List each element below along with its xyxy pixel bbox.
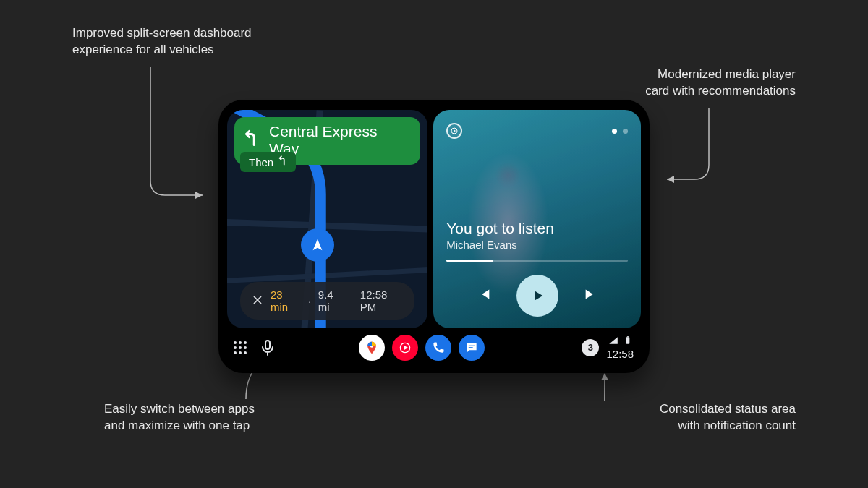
page-dot-1 [612,129,617,134]
page-indicator[interactable] [612,129,628,134]
svg-point-7 [234,341,237,344]
signal-icon [608,335,619,348]
svg-point-14 [239,351,242,354]
svg-point-12 [244,346,247,349]
then-label: Then [249,156,273,168]
media-source-icon[interactable] [446,123,462,139]
status-clock: 12:58 [606,348,634,360]
app-icon-maps[interactable] [359,335,385,361]
previous-track-button[interactable] [476,286,492,305]
svg-point-15 [244,351,247,354]
notification-count-badge[interactable]: 3 [582,339,599,356]
track-title: You got to listen [446,220,628,237]
media-player-card[interactable]: You got to listen Michael Evans [433,110,641,328]
android-auto-head-unit: Central Express Way Then 23 min · 9.4 mi [218,100,650,373]
app-icon-phone[interactable] [425,335,451,361]
navigation-card[interactable]: Central Express Way Then 23 min · 9.4 mi [227,110,427,328]
app-icon-ytmusic[interactable] [392,335,418,361]
svg-marker-18 [404,346,409,351]
progress-fill [446,260,493,262]
svg-rect-20 [469,347,473,348]
annotation-bottom-left: Easily switch between apps and maximize … [104,401,255,435]
app-launcher-icon[interactable] [231,339,249,356]
eta-arrival-time: 12:58 PM [360,288,403,313]
separator-dot: · [308,295,311,307]
track-artist: Michael Evans [446,239,628,251]
play-button[interactable] [516,275,558,317]
current-location-marker [301,228,334,262]
progress-bar[interactable] [446,260,628,262]
annotation-top-left: Improved split-screen dashboard experien… [72,25,252,59]
next-track-button[interactable] [583,286,599,305]
dock: 3 12:58 [227,328,641,367]
battery-icon [622,335,634,348]
turn-left-icon [243,129,262,151]
page-dot-2 [623,129,628,134]
svg-marker-3 [601,373,608,380]
close-icon[interactable] [252,294,263,308]
svg-point-13 [234,351,237,354]
svg-rect-19 [469,346,475,346]
eta-duration: 23 min [271,288,301,313]
annotation-bottom-right: Consolidated status area with notificati… [660,401,796,435]
app-icon-messages[interactable] [459,335,485,361]
separator-space [350,295,353,307]
svg-point-9 [244,341,247,344]
then-chip[interactable]: Then [240,152,296,172]
eta-distance: 9.4 mi [318,288,346,313]
svg-marker-6 [535,291,542,301]
eta-bar[interactable]: 23 min · 9.4 mi 12:58 PM [240,282,414,320]
svg-marker-1 [667,176,674,183]
svg-rect-22 [627,336,629,337]
svg-point-11 [239,346,242,349]
svg-marker-0 [195,192,203,199]
svg-rect-21 [626,338,630,344]
svg-point-8 [239,341,242,344]
annotation-top-right: Modernized media player card with recomm… [645,67,796,100]
svg-marker-5 [454,129,456,132]
svg-point-10 [234,346,237,349]
turn-left-small-icon [278,155,289,168]
